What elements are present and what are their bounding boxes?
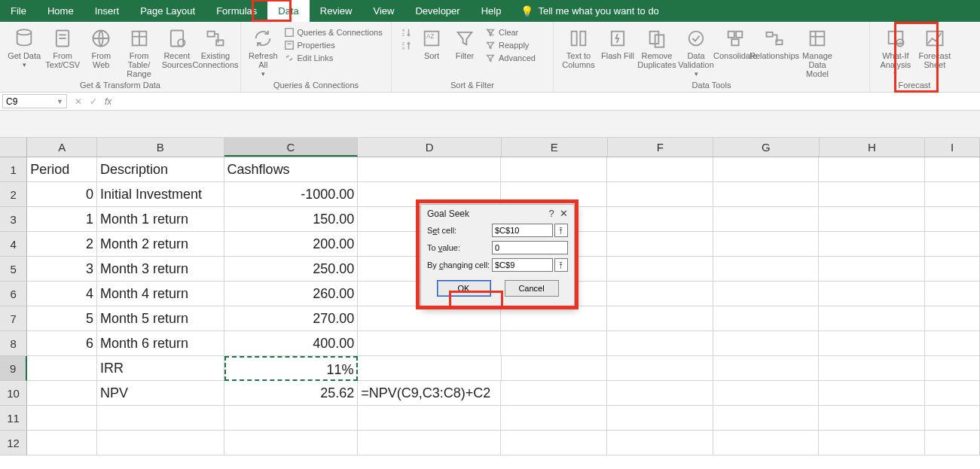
cell[interactable] bbox=[27, 356, 97, 381]
cell[interactable]: 3 bbox=[27, 257, 97, 282]
cell[interactable] bbox=[713, 157, 820, 182]
cell[interactable] bbox=[358, 431, 501, 455]
tab-review[interactable]: Review bbox=[310, 0, 363, 22]
properties-button[interactable]: Properties bbox=[282, 39, 384, 51]
to-value-input[interactable]: 0 bbox=[492, 241, 568, 254]
help-icon[interactable]: ? bbox=[545, 208, 557, 219]
cell[interactable]: 260.00 bbox=[224, 282, 359, 306]
cell[interactable] bbox=[501, 381, 607, 406]
cell[interactable]: Period bbox=[27, 157, 97, 182]
cell[interactable] bbox=[607, 331, 713, 356]
row-header[interactable]: 11 bbox=[0, 406, 27, 431]
get-data-button[interactable]: Get Data▾ bbox=[8, 26, 41, 69]
range-picker-icon[interactable]: ⭱ bbox=[554, 224, 568, 237]
row-header[interactable]: 2 bbox=[0, 182, 27, 207]
col-C[interactable]: C bbox=[224, 138, 359, 157]
cell[interactable] bbox=[925, 257, 980, 282]
cell[interactable] bbox=[713, 356, 820, 381]
cell[interactable] bbox=[607, 431, 713, 455]
cell[interactable] bbox=[819, 356, 925, 381]
forecast-sheet-button[interactable]: Forecast Sheet bbox=[918, 26, 951, 69]
cell[interactable]: 0 bbox=[27, 182, 97, 207]
cell[interactable] bbox=[358, 157, 501, 182]
cell[interactable]: Month 5 return bbox=[97, 306, 224, 331]
cell[interactable] bbox=[819, 232, 925, 257]
from-table-range-button[interactable]: From Table/ Range bbox=[122, 26, 155, 78]
from-text-csv-button[interactable]: From Text/CSV bbox=[45, 26, 80, 69]
row-header[interactable]: 10 bbox=[0, 381, 27, 406]
cell[interactable] bbox=[819, 157, 925, 182]
name-box[interactable]: C9 ▼ bbox=[2, 94, 67, 108]
cell[interactable] bbox=[713, 431, 820, 455]
clear-filter-button[interactable]: Clear bbox=[484, 26, 537, 38]
cell[interactable] bbox=[501, 306, 607, 331]
refresh-all-button[interactable]: Refresh All▾ bbox=[249, 26, 278, 78]
cell[interactable] bbox=[819, 306, 925, 331]
cell[interactable]: Month 4 return bbox=[97, 282, 224, 306]
cell[interactable] bbox=[925, 232, 980, 257]
cell[interactable]: Initial Investment bbox=[97, 182, 224, 207]
cell[interactable] bbox=[607, 356, 713, 381]
cell[interactable] bbox=[819, 207, 925, 232]
recent-sources-button[interactable]: Recent Sources bbox=[160, 26, 194, 69]
ok-button[interactable]: OK bbox=[437, 280, 491, 297]
col-I[interactable]: I bbox=[925, 138, 980, 157]
cell[interactable]: 270.00 bbox=[224, 306, 359, 331]
cell[interactable] bbox=[713, 331, 820, 356]
cell[interactable] bbox=[27, 431, 97, 455]
cell[interactable] bbox=[713, 207, 820, 232]
cell[interactable] bbox=[713, 406, 820, 431]
col-G[interactable]: G bbox=[713, 138, 820, 157]
cell[interactable] bbox=[925, 207, 980, 232]
row-header[interactable]: 6 bbox=[0, 282, 27, 306]
cell[interactable] bbox=[713, 381, 820, 406]
tell-me-search[interactable]: 💡 Tell me what you want to do bbox=[511, 0, 658, 22]
cell[interactable] bbox=[27, 406, 97, 431]
cell[interactable]: 11% bbox=[224, 356, 359, 381]
tab-formulas[interactable]: Formulas bbox=[206, 0, 267, 22]
cell[interactable]: NPV bbox=[97, 381, 224, 406]
cell[interactable] bbox=[713, 182, 820, 207]
relationships-button[interactable]: Relationships bbox=[757, 26, 792, 60]
row-header[interactable]: 8 bbox=[0, 331, 27, 356]
cell[interactable]: -1000.00 bbox=[224, 182, 359, 207]
cell[interactable] bbox=[358, 331, 501, 356]
cell[interactable]: IRR bbox=[97, 356, 224, 381]
cell[interactable] bbox=[713, 306, 820, 331]
tab-help[interactable]: Help bbox=[471, 0, 512, 22]
reapply-button[interactable]: Reapply bbox=[484, 39, 537, 51]
set-cell-input[interactable]: $C$10 bbox=[492, 224, 553, 237]
row-header[interactable]: 7 bbox=[0, 306, 27, 331]
cancel-button[interactable]: Cancel bbox=[505, 280, 559, 297]
cell[interactable]: Cashflows bbox=[224, 157, 359, 182]
cell[interactable] bbox=[27, 381, 97, 406]
from-web-button[interactable]: From Web bbox=[84, 26, 118, 69]
by-changing-input[interactable]: $C$9 bbox=[492, 258, 553, 272]
cell[interactable] bbox=[358, 406, 501, 431]
col-A[interactable]: A bbox=[27, 138, 97, 157]
cell[interactable]: Month 2 return bbox=[97, 232, 224, 257]
cell[interactable] bbox=[607, 232, 713, 257]
cell[interactable] bbox=[925, 306, 980, 331]
tab-data[interactable]: Data bbox=[267, 0, 309, 22]
cell[interactable] bbox=[607, 257, 713, 282]
consolidate-button[interactable]: Consolidate bbox=[718, 26, 753, 60]
cell[interactable] bbox=[925, 406, 980, 431]
sort-az-button[interactable]: AZ bbox=[399, 26, 413, 38]
cell[interactable] bbox=[713, 257, 820, 282]
cell[interactable] bbox=[501, 331, 607, 356]
cell[interactable] bbox=[819, 182, 925, 207]
cell[interactable] bbox=[224, 406, 359, 431]
cell[interactable] bbox=[224, 431, 359, 455]
tab-home[interactable]: Home bbox=[37, 0, 84, 22]
sort-za-button[interactable]: ZA bbox=[399, 40, 413, 52]
cancel-formula-icon[interactable]: ✕ bbox=[72, 96, 85, 107]
cell[interactable] bbox=[925, 182, 980, 207]
cell[interactable] bbox=[607, 182, 713, 207]
col-E[interactable]: E bbox=[502, 138, 608, 157]
cell[interactable]: 4 bbox=[27, 282, 97, 306]
text-to-columns-button[interactable]: Text to Columns bbox=[561, 26, 596, 69]
cell[interactable] bbox=[925, 157, 980, 182]
cell[interactable] bbox=[925, 431, 980, 455]
data-validation-button[interactable]: Data Validation▾ bbox=[679, 26, 713, 78]
